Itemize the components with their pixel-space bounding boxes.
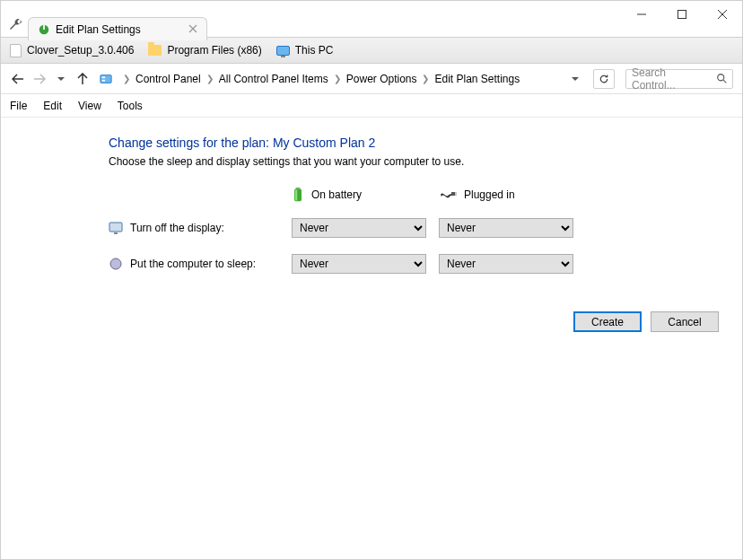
chevron-right-icon[interactable]: ❯	[203, 74, 217, 83]
column-label: On battery	[311, 188, 362, 201]
window-minimize-button[interactable]	[621, 1, 661, 28]
nav-back-button[interactable]	[10, 71, 26, 87]
menu-file[interactable]: File	[10, 100, 27, 112]
chevron-right-icon[interactable]: ❯	[418, 74, 433, 83]
row-text: Put the computer to sleep:	[130, 258, 256, 270]
nav-forward-button[interactable]	[31, 71, 48, 87]
svg-point-6	[718, 74, 724, 80]
this-pc-icon	[276, 46, 290, 56]
sleep-icon	[109, 257, 123, 271]
address-bar: ❯ Control Panel ❯ All Control Panel Item…	[1, 64, 742, 94]
close-tab-icon[interactable]	[188, 23, 199, 34]
display-plugged-select[interactable]: Never	[439, 218, 573, 238]
breadcrumb-item-0[interactable]: Control Panel	[135, 73, 201, 85]
window-maximize-button[interactable]	[661, 1, 702, 28]
refresh-button[interactable]	[593, 69, 615, 89]
bookmark-item-1[interactable]: Program Files (x86)	[148, 44, 261, 57]
search-input[interactable]: Search Control...	[625, 69, 733, 89]
nav-recent-dropdown[interactable]	[53, 71, 69, 87]
bookmark-item-0[interactable]: Clover_Setup_3.0.406	[10, 44, 134, 57]
svg-rect-7	[296, 188, 301, 189]
menu-tools[interactable]: Tools	[118, 100, 143, 112]
power-options-icon	[38, 23, 50, 36]
svg-rect-1	[43, 24, 45, 29]
search-icon	[716, 73, 729, 88]
sleep-battery-select[interactable]: Never	[292, 254, 426, 274]
battery-icon	[292, 188, 304, 202]
display-battery-select[interactable]: Never	[292, 218, 426, 238]
svg-rect-12	[455, 195, 457, 196]
row-text: Turn off the display:	[130, 222, 224, 234]
sleep-plugged-select[interactable]: Never	[439, 254, 573, 274]
bookmark-bar: Clover_Setup_3.0.406 Program Files (x86)…	[1, 37, 742, 64]
svg-rect-3	[101, 74, 111, 83]
create-button[interactable]: Create	[573, 311, 642, 332]
svg-rect-10	[451, 192, 455, 196]
display-icon	[109, 221, 123, 235]
refresh-icon	[599, 74, 609, 84]
breadcrumb-item-3[interactable]: Edit Plan Settings	[434, 73, 520, 85]
svg-rect-5	[102, 79, 106, 81]
window-close-button[interactable]	[702, 1, 742, 28]
breadcrumb[interactable]: ❯ Control Panel ❯ All Control Panel Item…	[96, 73, 561, 85]
tab-title: Edit Plan Settings	[56, 23, 141, 36]
svg-rect-13	[109, 223, 122, 232]
bookmark-label: Program Files (x86)	[167, 44, 261, 57]
search-placeholder: Search Control...	[632, 66, 712, 92]
file-icon	[10, 44, 22, 57]
svg-rect-14	[114, 232, 118, 234]
column-header-battery: On battery	[292, 188, 426, 202]
bookmark-item-2[interactable]: This PC	[276, 44, 334, 57]
page-title: Change settings for the plan: My Custom …	[109, 136, 724, 150]
breadcrumb-item-2[interactable]: Power Options	[346, 73, 417, 85]
column-label: Plugged in	[464, 188, 515, 201]
cancel-button[interactable]: Cancel	[651, 311, 719, 332]
title-bar: Edit Plan Settings	[1, 1, 742, 37]
address-dropdown[interactable]	[566, 73, 584, 85]
breadcrumb-item-1[interactable]: All Control Panel Items	[219, 73, 328, 85]
svg-rect-11	[455, 193, 457, 194]
chevron-right-icon[interactable]: ❯	[330, 74, 345, 83]
bookmark-label: This PC	[295, 44, 334, 57]
wrench-icon	[8, 17, 22, 31]
folder-icon	[148, 45, 162, 56]
nav-up-button[interactable]	[74, 71, 91, 87]
svg-point-15	[110, 258, 121, 269]
svg-rect-9	[295, 189, 297, 200]
page-subtitle: Choose the sleep and display settings th…	[109, 155, 724, 168]
column-header-plugged: Plugged in	[439, 188, 573, 201]
plug-icon	[439, 189, 457, 200]
bookmark-label: Clover_Setup_3.0.406	[27, 44, 134, 57]
svg-rect-2	[677, 11, 686, 19]
menu-edit[interactable]: Edit	[43, 100, 62, 112]
row-label-sleep: Put the computer to sleep:	[109, 257, 279, 271]
menu-bar: File Edit View Tools	[1, 94, 742, 118]
menu-view[interactable]: View	[78, 100, 101, 112]
row-label-display: Turn off the display:	[109, 221, 279, 235]
content-pane: Change settings for the plan: My Custom …	[1, 118, 742, 350]
svg-rect-4	[102, 76, 106, 78]
chevron-right-icon[interactable]: ❯	[119, 74, 134, 83]
browser-tab[interactable]: Edit Plan Settings	[28, 17, 207, 40]
control-panel-icon	[100, 73, 112, 85]
